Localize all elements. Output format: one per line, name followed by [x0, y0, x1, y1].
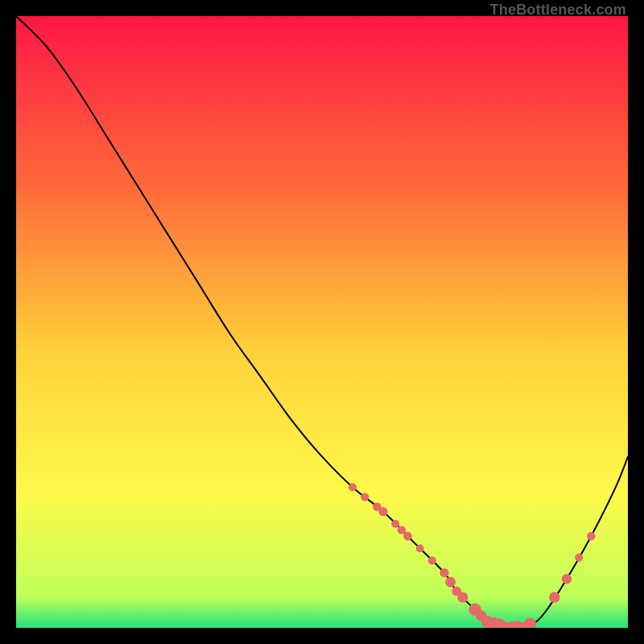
gradient-background [16, 16, 628, 628]
curve-dot [457, 592, 468, 602]
curve-dot [398, 526, 406, 534]
curve-dot [416, 544, 424, 552]
chart-container: TheBottleneck.com [0, 0, 644, 644]
curve-dot [440, 568, 448, 577]
bottleneck-chart [16, 16, 628, 628]
curve-dot [562, 574, 572, 584]
curve-dot [361, 493, 369, 501]
curve-dot [391, 520, 399, 528]
curve-dot [403, 532, 412, 541]
curve-dot [379, 507, 388, 516]
curve-dot [549, 592, 560, 603]
curve-dot [445, 577, 456, 588]
curve-dot [587, 532, 595, 540]
curve-dot [349, 483, 357, 491]
curve-dot [428, 556, 436, 564]
curve-dot [575, 554, 583, 562]
